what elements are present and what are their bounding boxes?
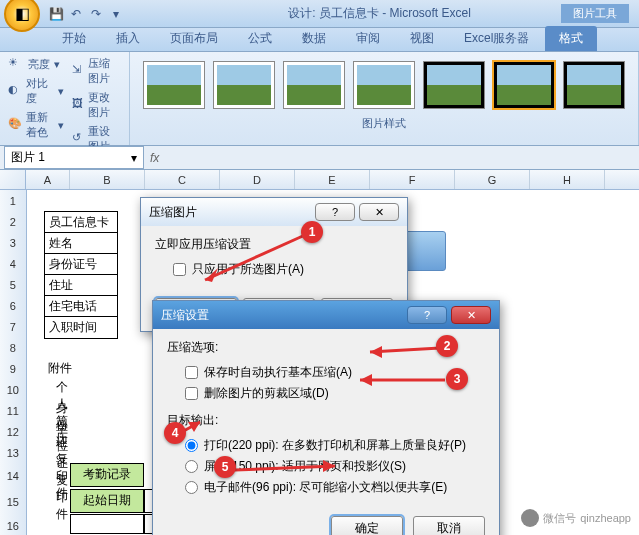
- save-icon[interactable]: 💾: [48, 6, 64, 22]
- cell[interactable]: 员工信息卡: [44, 211, 118, 234]
- recolor-button[interactable]: 🎨重新着色 ▾: [8, 110, 64, 140]
- screen-radio[interactable]: [185, 460, 198, 473]
- cell[interactable]: 姓名: [44, 232, 118, 255]
- contrast-label: 对比度: [26, 76, 54, 106]
- row-header[interactable]: 11: [0, 400, 26, 421]
- col-header[interactable]: B: [70, 170, 145, 189]
- col-header[interactable]: C: [145, 170, 220, 189]
- select-all-corner[interactable]: [0, 170, 26, 190]
- cancel-button[interactable]: 取消: [413, 516, 485, 535]
- compress-icon: ⇲: [72, 63, 84, 79]
- cell[interactable]: 考勤记录: [70, 463, 144, 487]
- row-header[interactable]: 8: [0, 337, 26, 358]
- tab-view[interactable]: 视图: [396, 26, 448, 51]
- cell[interactable]: 住址: [44, 274, 118, 297]
- dialog-titlebar[interactable]: 压缩图片 ? ✕: [141, 198, 407, 226]
- cell[interactable]: 学位证复印件: [56, 421, 68, 523]
- office-button[interactable]: ◧: [4, 0, 40, 32]
- row-header[interactable]: 6: [0, 295, 26, 316]
- delete-crop-checkbox[interactable]: [185, 387, 198, 400]
- cell[interactable]: [70, 514, 144, 534]
- brightness-button[interactable]: ☀亮度 ▾: [8, 56, 64, 72]
- cell[interactable]: 入职时间: [44, 316, 118, 339]
- row-header[interactable]: 10: [0, 379, 26, 400]
- style-thumb[interactable]: [354, 62, 414, 108]
- tab-page-layout[interactable]: 页面布局: [156, 26, 232, 51]
- row-header[interactable]: 14: [0, 463, 26, 489]
- col-header[interactable]: F: [370, 170, 455, 189]
- email-radio[interactable]: [185, 481, 198, 494]
- row-header[interactable]: 1: [0, 190, 26, 211]
- tab-formulas[interactable]: 公式: [234, 26, 286, 51]
- tab-data[interactable]: 数据: [288, 26, 340, 51]
- tab-excel-server[interactable]: Excel服务器: [450, 26, 543, 51]
- qat-dropdown-icon[interactable]: ▾: [108, 6, 124, 22]
- col-header[interactable]: E: [295, 170, 370, 189]
- print-option-row[interactable]: 打印(220 ppi): 在多数打印机和屏幕上质量良好(P): [167, 435, 485, 456]
- help-button[interactable]: ?: [315, 203, 355, 221]
- annotation-marker: 2: [436, 335, 458, 357]
- close-button[interactable]: ✕: [359, 203, 399, 221]
- cell[interactable]: 起始日期: [70, 489, 144, 513]
- style-thumb[interactable]: [564, 62, 624, 108]
- svg-marker-3: [370, 346, 382, 358]
- fx-label: fx: [150, 151, 159, 165]
- tab-insert[interactable]: 插入: [102, 26, 154, 51]
- svg-line-8: [235, 466, 335, 470]
- office-icon: ◧: [15, 4, 30, 23]
- dialog-titlebar[interactable]: 压缩设置 ? ✕: [153, 301, 499, 329]
- col-header[interactable]: G: [455, 170, 530, 189]
- delete-crop-label: 删除图片的剪裁区域(D): [204, 385, 329, 402]
- row-header[interactable]: 13: [0, 442, 26, 463]
- email-option-row[interactable]: 电子邮件(96 ppi): 尽可能缩小文档以便共享(E): [167, 477, 485, 498]
- title-bar: ◧ 💾 ↶ ↷ ▾ 设计: 员工信息卡 - Microsoft Excel 图片…: [0, 0, 639, 28]
- formula-bar[interactable]: fx: [144, 149, 639, 167]
- row-header[interactable]: 16: [0, 515, 26, 535]
- change-picture-button[interactable]: 🖼更改图片: [72, 90, 121, 120]
- help-icon: ?: [424, 309, 430, 321]
- auto-compress-checkbox[interactable]: [185, 366, 198, 379]
- reset-icon: ↺: [72, 131, 84, 147]
- tab-review[interactable]: 审阅: [342, 26, 394, 51]
- cell[interactable]: 附件: [44, 358, 118, 379]
- col-header[interactable]: A: [26, 170, 70, 189]
- col-header[interactable]: D: [220, 170, 295, 189]
- print-label: 打印(220 ppi): 在多数打印机和屏幕上质量良好(P): [204, 437, 466, 454]
- name-box[interactable]: 图片 1 ▾: [4, 146, 144, 169]
- row-header[interactable]: 5: [0, 274, 26, 295]
- col-header[interactable]: H: [530, 170, 605, 189]
- row-header[interactable]: 2: [0, 211, 26, 232]
- help-button[interactable]: ?: [407, 306, 447, 324]
- compress-label: 压缩图片: [88, 56, 121, 86]
- row-header[interactable]: 12: [0, 421, 26, 442]
- close-icon: ✕: [375, 206, 384, 219]
- style-thumb[interactable]: [284, 62, 344, 108]
- tab-format[interactable]: 格式: [545, 26, 597, 51]
- redo-icon[interactable]: ↷: [88, 6, 104, 22]
- row-header[interactable]: 9: [0, 358, 26, 379]
- annotation-arrow: [190, 230, 310, 290]
- window-title: 设计: 员工信息卡 - Microsoft Excel: [124, 5, 635, 22]
- section-label: 目标输出:: [167, 412, 485, 429]
- row-header[interactable]: 7: [0, 316, 26, 337]
- chevron-down-icon[interactable]: ▾: [131, 151, 137, 165]
- contrast-button[interactable]: ◐对比度 ▾: [8, 76, 64, 106]
- style-thumb[interactable]: [144, 62, 204, 108]
- compress-button[interactable]: ⇲压缩图片: [72, 56, 121, 86]
- style-thumb-selected[interactable]: [494, 62, 554, 108]
- style-thumb[interactable]: [214, 62, 274, 108]
- row-header[interactable]: 3: [0, 232, 26, 253]
- wechat-label: 微信号: [543, 511, 576, 526]
- row-header[interactable]: 15: [0, 489, 26, 515]
- annotation-marker: 3: [446, 368, 468, 390]
- tab-home[interactable]: 开始: [48, 26, 100, 51]
- cell[interactable]: 住宅电话: [44, 295, 118, 318]
- style-thumb[interactable]: [424, 62, 484, 108]
- undo-icon[interactable]: ↶: [68, 6, 84, 22]
- close-button[interactable]: ✕: [451, 306, 491, 324]
- print-radio[interactable]: [185, 439, 198, 452]
- apply-selected-checkbox[interactable]: [173, 263, 186, 276]
- row-header[interactable]: 4: [0, 253, 26, 274]
- ok-button[interactable]: 确定: [331, 516, 403, 535]
- cell[interactable]: 身份证号: [44, 253, 118, 276]
